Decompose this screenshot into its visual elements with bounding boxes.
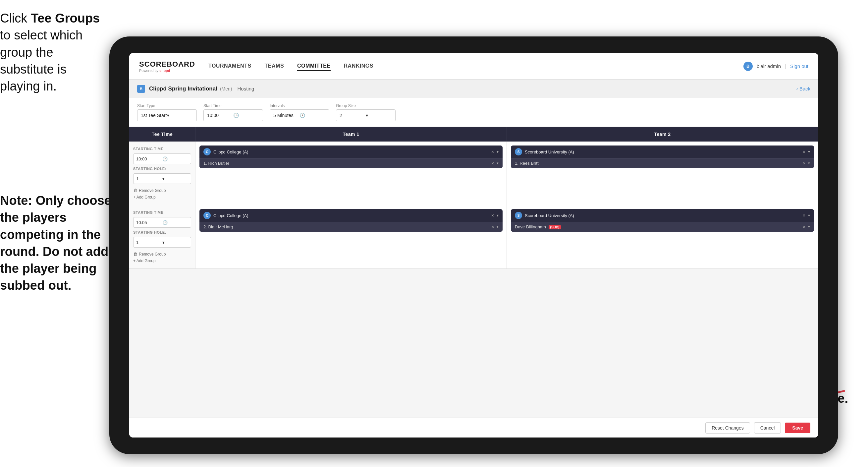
player-row-2-1: 1. Rees Britt × ▾ [511,158,814,168]
nav-rankings[interactable]: RANKINGS [344,62,373,71]
player-remove-2-2[interactable]: × [803,224,805,229]
cancel-button[interactable]: Cancel [754,422,781,434]
main-content: Start Type 1st Tee Start ▾ Start Time 10… [129,98,818,438]
team1-chevron-2[interactable]: ▾ [497,213,499,218]
tee-time-header: Tee Time [129,127,195,142]
team2-name-1: Scoreboard University (A) [525,149,800,154]
team1-card-header-1: C Clippd College (A) × ▾ [199,146,503,158]
back-button[interactable]: ‹ Back [796,86,810,91]
group-size-chevron: ▾ [366,113,392,118]
note-text: Note: Only choose the players competing … [0,192,113,294]
starting-hole-input-1[interactable]: 1 ▾ [133,173,191,184]
add-group-btn-1[interactable]: + Add Group [133,195,191,200]
tablet-frame: SCOREBOARD Powered by clippd TOURNAMENTS… [109,36,838,454]
intervals-chevron: 🕐 [300,113,326,118]
st-chevron-2: 🕐 [162,220,188,225]
team1-cell-1: C Clippd College (A) × ▾ 1. Rich Butler [195,142,507,205]
team1-header: Team 1 [195,127,507,142]
player-chevron-2-2[interactable]: ▾ [808,225,810,229]
starting-time-input-2[interactable]: 10:05 🕐 [133,217,191,228]
player-chevron-1-2[interactable]: ▾ [497,225,499,229]
sub-header: B Clippd Spring Invitational (Men) Hosti… [129,80,818,98]
user-avatar: B [743,62,753,71]
group-size-label: Group Size [336,104,396,108]
player-row-1-1: 1. Rich Butler × ▾ [199,158,503,168]
user-name: blair admin [757,63,781,69]
team2-card-2: S Scoreboard University (A) × ▾ [511,209,814,232]
team1-actions-2: × ▾ [491,213,499,218]
group-size-input[interactable]: 2 ▾ [336,109,396,121]
team2-remove-2[interactable]: × [803,213,805,218]
tee-table: Tee Time Team 1 Team 2 STARTING TIME: 10… [129,127,818,418]
tee-header: Tee Time Team 1 Team 2 [129,127,818,142]
team1-avatar-2: C [204,212,211,219]
nav-user: B blair admin | Sign out [743,62,808,71]
nav-separator: | [785,63,786,69]
team1-name-1: Clippd College (A) [213,149,489,154]
team2-cell-1: S Scoreboard University (A) × ▾ 1. Rees … [507,142,818,205]
tournament-title: Clippd Spring Invitational [149,86,217,92]
settings-row: Start Type 1st Tee Start ▾ Start Time 10… [129,98,818,127]
team2-card-header-2: S Scoreboard University (A) × ▾ [511,209,814,222]
footer-bar: Reset Changes Cancel Save [129,418,818,438]
team2-card-header-1: S Scoreboard University (A) × ▾ [511,146,814,158]
nav-committee[interactable]: COMMITTEE [297,62,331,71]
save-button[interactable]: Save [785,422,810,433]
start-time-input[interactable]: 10:00 🕐 [204,109,263,121]
player-name-2-1: 1. Rees Britt [515,161,800,166]
team2-avatar-2: S [515,212,522,219]
team1-remove-1[interactable]: × [491,149,494,154]
sub-header-logo: B [137,85,145,93]
tee-body: STARTING TIME: 10:00 🕐 STARTING HOLE: 1 … [129,142,818,418]
start-time-field: Start Time 10:00 🕐 [204,104,263,121]
team2-remove-1[interactable]: × [803,149,805,154]
team1-avatar-1: C [204,148,211,155]
player-remove-1-2[interactable]: × [491,224,494,229]
intervals-input[interactable]: 5 Minutes 🕐 [270,109,329,121]
team2-chevron-1[interactable]: ▾ [808,149,810,154]
group-sidebar-2: STARTING TIME: 10:05 🕐 STARTING HOLE: 1 … [129,205,195,268]
player-row-1-2: 2. Blair McHarg × ▾ [199,222,503,232]
player-name-2-2: Dave Billingham (SUB) [515,224,800,229]
remove-group-btn-2[interactable]: 🗑 Remove Group [133,252,191,257]
nav-tournaments[interactable]: TOURNAMENTS [208,62,251,71]
tablet-screen: SCOREBOARD Powered by clippd TOURNAMENTS… [129,53,818,438]
group-row: STARTING TIME: 10:00 🕐 STARTING HOLE: 1 … [129,142,818,205]
team1-card-2: C Clippd College (A) × ▾ 2. Blair McHarg [199,209,503,232]
starting-time-label-1: STARTING TIME: [133,147,191,151]
start-type-input[interactable]: 1st Tee Start ▾ [137,109,197,121]
player-name-1-1: 1. Rich Butler [204,161,489,166]
group-sidebar-1: STARTING TIME: 10:00 🕐 STARTING HOLE: 1 … [129,142,195,205]
hosting-label: Hosting [237,86,254,91]
gender-label: (Men) [220,86,232,91]
team1-remove-2[interactable]: × [491,213,494,218]
sub-badge: (SUB) [549,225,561,229]
team1-name-2: Clippd College (A) [213,213,489,218]
group-size-field: Group Size 2 ▾ [336,104,396,121]
add-group-btn-2[interactable]: + Add Group [133,259,191,263]
player-chevron-2-1[interactable]: ▾ [808,161,810,166]
sign-out-link[interactable]: Sign out [790,63,808,69]
remove-group-btn-1[interactable]: 🗑 Remove Group [133,188,191,193]
team2-avatar-1: S [515,148,522,155]
group-row-2: STARTING TIME: 10:05 🕐 STARTING HOLE: 1 … [129,205,818,269]
sh-chevron-2: ▾ [162,240,188,245]
start-time-chevron: 🕐 [233,113,259,118]
group-actions-2: 🗑 Remove Group + Add Group [133,252,191,263]
player-remove-2-1[interactable]: × [803,161,805,166]
player-remove-1-1[interactable]: × [491,161,494,166]
trash-icon-1: 🗑 [133,188,137,193]
starting-time-input-1[interactable]: 10:00 🕐 [133,153,191,164]
team1-chevron-1[interactable]: ▾ [497,149,499,154]
team1-card-1: C Clippd College (A) × ▾ 1. Rich Butler [199,146,503,168]
nav-teams[interactable]: TEAMS [265,62,284,71]
team1-card-header-2: C Clippd College (A) × ▾ [199,209,503,222]
team2-card-1: S Scoreboard University (A) × ▾ 1. Rees … [511,146,814,168]
group-actions-1: 🗑 Remove Group + Add Group [133,188,191,200]
reset-button[interactable]: Reset Changes [705,422,750,434]
starting-hole-input-2[interactable]: 1 ▾ [133,237,191,247]
player-chevron-1-1[interactable]: ▾ [497,161,499,166]
team2-chevron-2[interactable]: ▾ [808,213,810,218]
start-type-field: Start Type 1st Tee Start ▾ [137,104,197,121]
tee-groups-bold: Tee Groups [31,11,100,25]
